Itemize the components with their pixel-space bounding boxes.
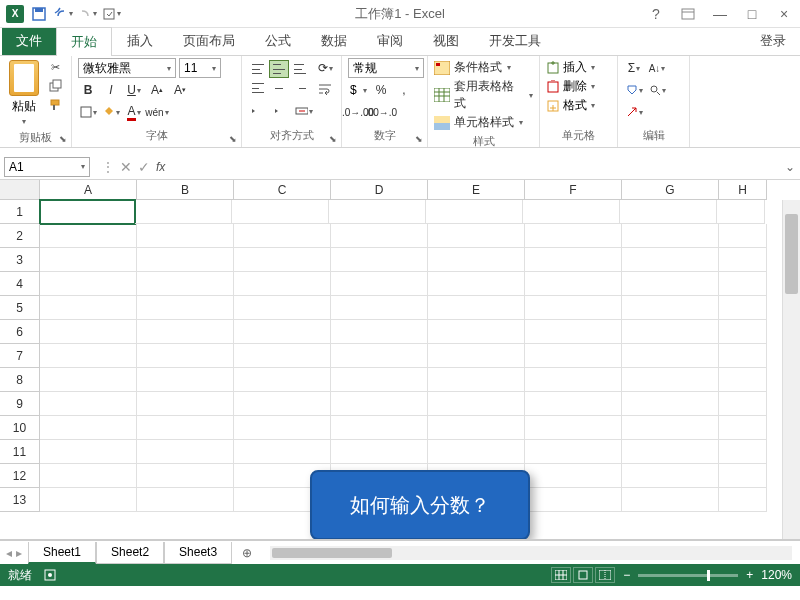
sheet-tab[interactable]: Sheet3 — [164, 542, 232, 564]
select-all-corner[interactable] — [0, 180, 40, 200]
cell[interactable] — [719, 392, 767, 416]
column-header[interactable]: H — [719, 180, 767, 200]
cell[interactable] — [40, 488, 137, 512]
cell[interactable] — [525, 368, 622, 392]
cell[interactable] — [719, 416, 767, 440]
insert-cells-button[interactable]: 插入▾ — [546, 58, 611, 77]
cell[interactable] — [234, 320, 331, 344]
sheet-tab[interactable]: Sheet2 — [96, 542, 164, 564]
cell[interactable] — [717, 200, 765, 224]
row-header[interactable]: 9 — [0, 392, 40, 416]
cell[interactable] — [622, 440, 719, 464]
normal-view-icon[interactable] — [551, 567, 571, 583]
row-header[interactable]: 12 — [0, 464, 40, 488]
align-right-icon[interactable] — [290, 79, 310, 97]
show-all-icon[interactable]: ⋮ — [102, 160, 114, 174]
format-cells-button[interactable]: 格式▾ — [546, 96, 611, 115]
close-icon[interactable]: × — [772, 4, 796, 24]
delete-cells-button[interactable]: 删除▾ — [546, 77, 611, 96]
cell[interactable] — [137, 368, 234, 392]
row-header[interactable]: 10 — [0, 416, 40, 440]
file-tab[interactable]: 文件 — [2, 27, 56, 55]
fx-icon[interactable]: fx — [156, 160, 165, 174]
cell-styles-button[interactable]: 单元格样式▾ — [434, 113, 533, 132]
cell[interactable] — [331, 272, 428, 296]
page-layout-icon[interactable] — [573, 567, 593, 583]
cell[interactable] — [40, 440, 137, 464]
dialog-launcher-icon[interactable]: ⬊ — [57, 133, 69, 145]
row-header[interactable]: 5 — [0, 296, 40, 320]
zoom-slider[interactable] — [638, 574, 738, 577]
cell[interactable] — [331, 416, 428, 440]
cell[interactable] — [428, 320, 525, 344]
cell[interactable] — [331, 344, 428, 368]
cell[interactable] — [234, 248, 331, 272]
cell[interactable] — [40, 272, 137, 296]
row-header[interactable]: 4 — [0, 272, 40, 296]
dialog-launcher-icon[interactable]: ⬊ — [413, 133, 425, 145]
cell[interactable] — [40, 344, 137, 368]
zoom-in-icon[interactable]: + — [746, 568, 753, 582]
cell[interactable] — [428, 296, 525, 320]
tab-插入[interactable]: 插入 — [112, 26, 168, 55]
cell[interactable] — [622, 320, 719, 344]
cell[interactable] — [525, 416, 622, 440]
cell[interactable] — [622, 344, 719, 368]
vertical-scrollbar[interactable] — [782, 200, 800, 539]
cell[interactable] — [622, 392, 719, 416]
cell[interactable] — [719, 344, 767, 368]
excel-icon[interactable]: X — [4, 3, 26, 25]
tab-开发工具[interactable]: 开发工具 — [474, 26, 556, 55]
cell[interactable] — [232, 200, 329, 224]
tab-公式[interactable]: 公式 — [250, 26, 306, 55]
align-left-icon[interactable] — [248, 79, 268, 97]
next-sheet-icon[interactable]: ▸ — [16, 546, 22, 560]
cell[interactable] — [331, 248, 428, 272]
autosum-icon[interactable]: Σ▾ — [624, 58, 644, 78]
cell[interactable] — [622, 224, 719, 248]
cell[interactable] — [719, 248, 767, 272]
add-sheet-icon[interactable]: ⊕ — [232, 543, 262, 563]
column-header[interactable]: D — [331, 180, 428, 200]
cell[interactable] — [137, 464, 234, 488]
conditional-format-button[interactable]: 条件格式▾ — [434, 58, 533, 77]
cell[interactable] — [135, 200, 232, 224]
cell[interactable] — [40, 464, 137, 488]
cancel-icon[interactable]: ✕ — [120, 159, 132, 175]
cell[interactable] — [428, 368, 525, 392]
column-header[interactable]: E — [428, 180, 525, 200]
accounting-icon[interactable]: $▾ — [348, 80, 368, 100]
cell[interactable] — [428, 440, 525, 464]
align-top-icon[interactable] — [248, 60, 268, 78]
cell[interactable] — [525, 440, 622, 464]
cell[interactable] — [428, 344, 525, 368]
column-header[interactable]: G — [622, 180, 719, 200]
cell[interactable] — [622, 248, 719, 272]
number-format-combo[interactable]: 常规▾ — [348, 58, 424, 78]
dialog-launcher-icon[interactable]: ⬊ — [327, 133, 339, 145]
row-header[interactable]: 2 — [0, 224, 40, 248]
cell[interactable] — [331, 440, 428, 464]
cell[interactable] — [428, 224, 525, 248]
cell[interactable] — [40, 320, 137, 344]
dialog-launcher-icon[interactable]: ⬊ — [227, 133, 239, 145]
cell[interactable] — [331, 296, 428, 320]
cell[interactable] — [428, 416, 525, 440]
font-color-icon[interactable]: A▾ — [124, 102, 144, 122]
phonetic-icon[interactable]: wén▾ — [147, 102, 167, 122]
cell[interactable] — [525, 272, 622, 296]
cell[interactable] — [234, 368, 331, 392]
bold-button[interactable]: B — [78, 80, 98, 100]
comma-icon[interactable]: , — [394, 80, 414, 100]
cell[interactable] — [622, 488, 719, 512]
fill-icon[interactable]: ▾ — [624, 80, 644, 100]
cell[interactable] — [331, 224, 428, 248]
prev-sheet-icon[interactable]: ◂ — [6, 546, 12, 560]
cell[interactable] — [622, 368, 719, 392]
cell[interactable] — [525, 296, 622, 320]
cell[interactable] — [622, 464, 719, 488]
align-middle-icon[interactable] — [269, 60, 289, 78]
cell[interactable] — [525, 248, 622, 272]
cell[interactable] — [234, 224, 331, 248]
cell[interactable] — [428, 392, 525, 416]
